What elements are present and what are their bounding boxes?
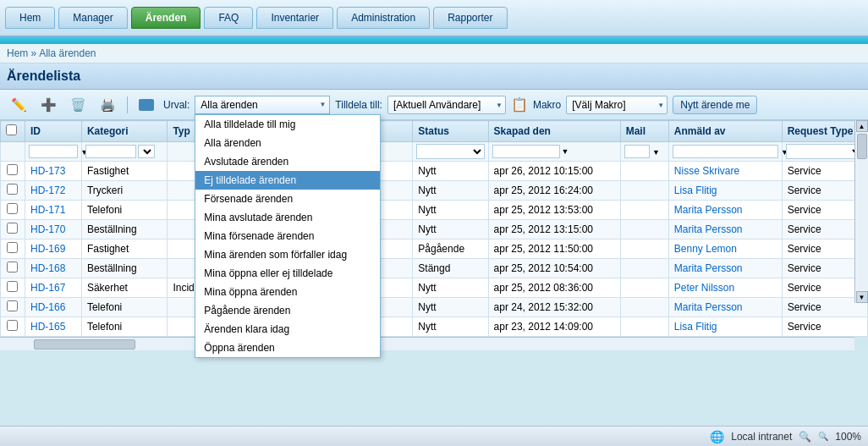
col-header-kategori[interactable]: Kategori bbox=[81, 121, 167, 142]
row-id-link[interactable]: HD-171 bbox=[30, 204, 65, 216]
nav-tab-inventarier[interactable]: Inventarier bbox=[256, 7, 333, 29]
row-id-link[interactable]: HD-170 bbox=[30, 223, 65, 235]
urval-dropdown[interactable]: Alla ärenden bbox=[195, 96, 330, 114]
row-anmald-link[interactable]: Marita Persson bbox=[674, 262, 743, 274]
urval-option-klara-idag[interactable]: Ärenden klara idag bbox=[195, 320, 380, 339]
urval-option-ej-tilldel[interactable]: Ej tilldelade ärenden bbox=[195, 171, 380, 190]
delete-button[interactable]: 🗑️ bbox=[66, 95, 91, 115]
urval-option-pagaende[interactable]: Pågående ärenden bbox=[195, 301, 380, 320]
filter-mail-icon[interactable]: ▼ bbox=[652, 148, 660, 157]
table-scroll-area[interactable]: ID Kategori Typ Beskrivning Status Skapa… bbox=[0, 120, 868, 337]
row-checkbox[interactable] bbox=[7, 281, 18, 292]
table-row[interactable]: HD-169 Fastighet jslukt i hus L Pågående… bbox=[1, 240, 868, 259]
filter-mail-input[interactable] bbox=[624, 145, 650, 158]
urval-option-mina-forsen[interactable]: Mina försenade ärenden bbox=[195, 227, 380, 245]
filter-kategori-select[interactable] bbox=[138, 145, 155, 158]
row-request-type: Service bbox=[782, 317, 867, 337]
row-id-link[interactable]: HD-169 bbox=[30, 243, 65, 255]
row-anmald-link[interactable]: Lisa Flitig bbox=[674, 184, 717, 196]
row-anmald-link[interactable]: Peter Nilsson bbox=[674, 282, 734, 294]
list-view-button[interactable] bbox=[135, 96, 158, 113]
add-button[interactable]: ➕ bbox=[36, 95, 61, 115]
print-button[interactable]: 🖨️ bbox=[96, 95, 120, 115]
table-row[interactable]: HD-170 Beställning Nytt apr 25, 2012 13:… bbox=[1, 220, 868, 240]
row-checkbox[interactable] bbox=[7, 184, 18, 195]
row-anmald-link[interactable]: Marita Persson bbox=[674, 301, 743, 313]
scroll-down-button[interactable]: ▼ bbox=[856, 291, 868, 303]
nav-tab-rapporter[interactable]: Rapporter bbox=[433, 7, 507, 29]
makro-dropdown[interactable]: [Välj Makro] bbox=[566, 96, 667, 114]
row-anmald-link[interactable]: Nisse Skrivare bbox=[674, 165, 739, 177]
table-row[interactable]: HD-165 Telefoni En trasig mobiltelefon N… bbox=[1, 317, 868, 337]
scroll-thumb[interactable] bbox=[857, 134, 867, 159]
table-row[interactable]: HD-171 Telefoni Nytt apr 25, 2012 13:53:… bbox=[1, 201, 868, 220]
row-checkbox[interactable] bbox=[7, 203, 18, 214]
row-kategori: Telefoni bbox=[81, 298, 167, 317]
table-row[interactable]: HD-167 Säkerhet Incident Förstörda lås N… bbox=[1, 278, 868, 298]
filter-skapad-input[interactable] bbox=[492, 145, 560, 158]
row-status: Nytt bbox=[413, 298, 488, 317]
col-header-id[interactable]: ID bbox=[25, 121, 81, 142]
urval-option-mina-oppna-tilld[interactable]: Mina öppna eller ej tilldelade bbox=[195, 264, 380, 283]
row-checkbox-cell bbox=[1, 317, 25, 337]
row-checkbox[interactable] bbox=[7, 262, 18, 273]
row-checkbox[interactable] bbox=[7, 164, 18, 175]
edit-button[interactable]: ✏️ bbox=[7, 95, 31, 115]
row-checkbox[interactable] bbox=[7, 320, 18, 331]
accent-bar bbox=[0, 37, 868, 44]
nav-tab-arenden[interactable]: Ärenden bbox=[131, 7, 201, 29]
col-header-status[interactable]: Status bbox=[413, 121, 488, 142]
row-checkbox[interactable] bbox=[7, 300, 18, 311]
nav-tab-hem[interactable]: Hem bbox=[5, 7, 55, 29]
filter-skapad-icon[interactable]: ▼ bbox=[562, 147, 569, 156]
filter-request-select[interactable] bbox=[786, 144, 864, 159]
col-header-skapad[interactable]: Skapad den bbox=[488, 121, 620, 142]
col-header-anmald[interactable]: Anmäld av bbox=[668, 121, 782, 142]
filter-anmald-cell: ▼ bbox=[668, 142, 782, 162]
row-checkbox-cell bbox=[1, 298, 25, 317]
filter-status-select[interactable] bbox=[416, 144, 484, 159]
table-body: HD-173 Fastighet Nytt apr 26, 2012 10:15… bbox=[1, 162, 868, 337]
urval-option-alla[interactable]: Alla ärenden bbox=[195, 134, 380, 152]
urval-option-mina-avslut[interactable]: Mina avslutade ärenden bbox=[195, 208, 380, 227]
horizontal-scrollbar[interactable] bbox=[0, 337, 854, 350]
urval-option-mina-oppna[interactable]: Mina öppna ärenden bbox=[195, 283, 380, 301]
col-header-mail[interactable]: Mail bbox=[620, 121, 668, 142]
row-id-link[interactable]: HD-167 bbox=[30, 282, 65, 294]
nytt-arende-button[interactable]: Nytt ärende me bbox=[673, 96, 757, 114]
table-row[interactable]: HD-173 Fastighet Nytt apr 26, 2012 10:15… bbox=[1, 162, 868, 181]
row-id-link[interactable]: HD-172 bbox=[30, 184, 65, 196]
filter-anmald-input[interactable] bbox=[673, 145, 778, 158]
row-anmald-link[interactable]: Marita Persson bbox=[674, 223, 743, 235]
select-all-checkbox[interactable] bbox=[6, 124, 17, 135]
table-row[interactable]: HD-166 Telefoni Telefoni Nytt apr 24, 20… bbox=[1, 298, 868, 317]
row-checkbox[interactable] bbox=[7, 242, 18, 253]
makro-wrapper: [Välj Makro] bbox=[566, 96, 667, 114]
table-row[interactable]: HD-172 Tryckeri Nytt apr 25, 2012 16:24:… bbox=[1, 181, 868, 201]
filter-kategori-input[interactable] bbox=[85, 145, 136, 158]
nav-tab-administration[interactable]: Administration bbox=[337, 7, 430, 29]
nav-tab-manager[interactable]: Manager bbox=[58, 7, 127, 29]
urval-option-avslutade[interactable]: Avslutade ärenden bbox=[195, 152, 380, 171]
vertical-scrollbar[interactable]: ▲ ▼ bbox=[854, 120, 868, 303]
table-row[interactable]: HD-168 Beställning Stängd apr 25, 2012 1… bbox=[1, 259, 868, 278]
row-id-link[interactable]: HD-173 bbox=[30, 165, 65, 177]
row-anmald-link[interactable]: Marita Persson bbox=[674, 204, 743, 216]
row-anmald-link[interactable]: Lisa Flitig bbox=[674, 321, 717, 333]
row-id-link[interactable]: HD-168 bbox=[30, 262, 65, 274]
row-id-link[interactable]: HD-166 bbox=[30, 301, 65, 313]
row-id-link[interactable]: HD-165 bbox=[30, 321, 65, 333]
urval-option-alla-tilld[interactable]: Alla tilldelade till mig bbox=[195, 115, 380, 134]
row-anmald-link[interactable]: Benny Lemon bbox=[674, 243, 737, 255]
h-scroll-thumb[interactable] bbox=[34, 339, 135, 350]
nav-tab-faq[interactable]: FAQ bbox=[204, 7, 253, 29]
tilldela-dropdown[interactable]: [Aktuell Användare] bbox=[387, 96, 506, 114]
breadcrumb-home[interactable]: Hem bbox=[7, 47, 28, 59]
urval-option-forsenade[interactable]: Försenade ärenden bbox=[195, 190, 380, 208]
filter-id-input[interactable] bbox=[29, 145, 78, 158]
urval-option-oppna[interactable]: Öppna ärenden bbox=[195, 339, 380, 357]
row-kategori: Fastighet bbox=[81, 162, 167, 181]
scroll-up-button[interactable]: ▲ bbox=[856, 120, 868, 132]
urval-option-mina-forfaller[interactable]: Mina ärenden som förfaller idag bbox=[195, 245, 380, 264]
row-checkbox[interactable] bbox=[7, 223, 18, 234]
